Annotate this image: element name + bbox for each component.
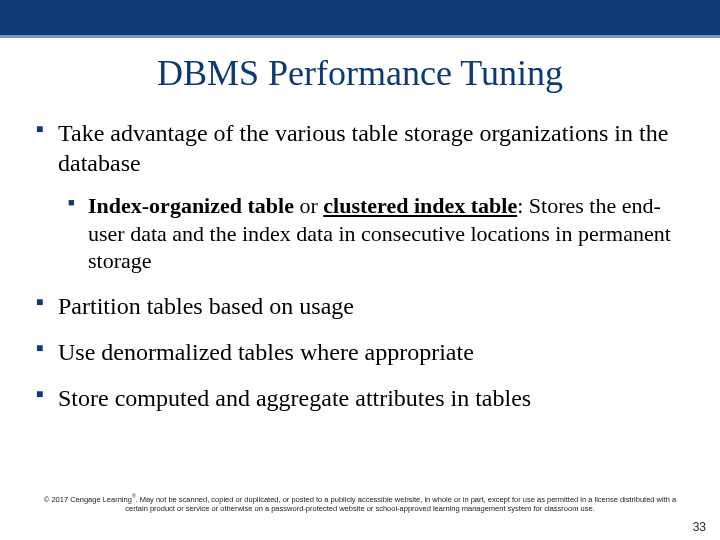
slide: DBMS Performance Tuning Take advantage o… — [0, 0, 720, 540]
term-text: clustered index table — [323, 193, 517, 218]
conjunction-text: or — [294, 193, 323, 218]
bullet-item: Store computed and aggregate attributes … — [36, 383, 684, 413]
term-text: Index-organized table — [88, 193, 294, 218]
bullet-item: Use denormalized tables where appropriat… — [36, 337, 684, 367]
copyright-footer: © 2017 Cengage Learning®. May not be sca… — [0, 494, 720, 514]
top-accent-bar — [0, 0, 720, 38]
bullet-text: Take advantage of the various table stor… — [58, 120, 668, 176]
bullet-item: Partition tables based on usage — [36, 291, 684, 321]
sub-bullet-item: Index-organized table or clustered index… — [68, 192, 684, 275]
content-area: Take advantage of the various table stor… — [0, 94, 720, 413]
page-number: 33 — [693, 520, 706, 534]
bullet-text: Store computed and aggregate attributes … — [58, 385, 531, 411]
bullet-text: Use denormalized tables where appropriat… — [58, 339, 474, 365]
bullet-list-level2: Index-organized table or clustered index… — [68, 192, 684, 275]
bullet-list-level1: Take advantage of the various table stor… — [36, 118, 684, 413]
slide-title: DBMS Performance Tuning — [0, 52, 720, 94]
bullet-item: Take advantage of the various table stor… — [36, 118, 684, 275]
copyright-rest: . May not be scanned, copied or duplicat… — [125, 495, 676, 514]
copyright-prefix: © 2017 Cengage Learning — [44, 495, 132, 504]
bullet-text: Partition tables based on usage — [58, 293, 354, 319]
